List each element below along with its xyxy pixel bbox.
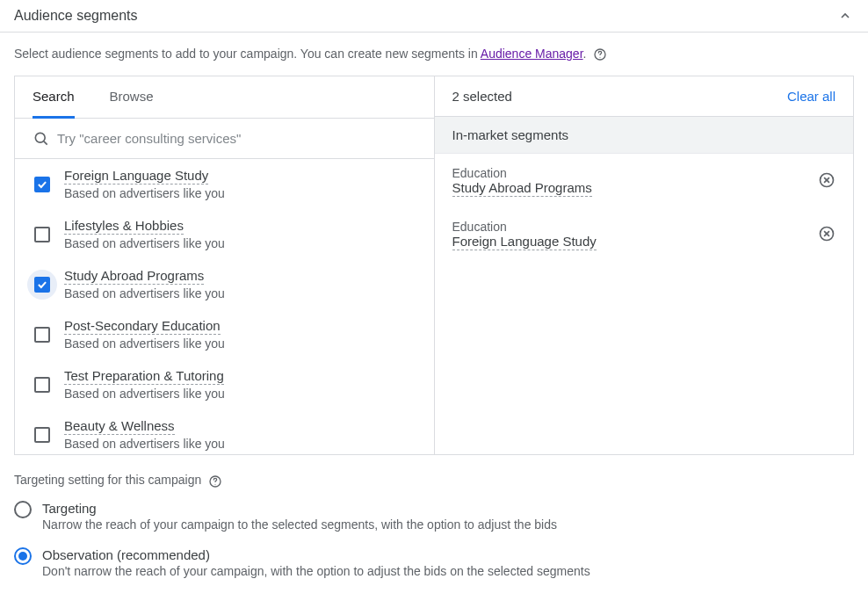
selected-item: EducationForeign Language Study xyxy=(435,207,854,261)
radio-description: Narrow the reach of your campaign to the… xyxy=(42,517,854,532)
segment-title: Lifestyles & Hobbies xyxy=(64,218,184,235)
collapse-icon[interactable] xyxy=(836,7,854,25)
help-icon[interactable] xyxy=(208,474,222,488)
search-row xyxy=(15,119,434,159)
targeting-option[interactable]: TargetingNarrow the reach of your campai… xyxy=(14,501,854,532)
segment-checkbox[interactable] xyxy=(34,377,50,393)
search-icon xyxy=(33,130,50,148)
selected-category: Education xyxy=(452,166,808,180)
clear-all-button[interactable]: Clear all xyxy=(787,89,835,104)
section-title: Audience segments xyxy=(14,8,138,24)
search-input[interactable] xyxy=(57,126,416,151)
remove-icon[interactable] xyxy=(818,171,835,189)
segment-text: Post-Secondary EducationBased on adverti… xyxy=(64,318,416,351)
selected-title: Study Abroad Programs xyxy=(452,180,592,197)
segment-checkbox-wrap[interactable] xyxy=(27,320,57,350)
segment-item[interactable]: Study Abroad ProgramsBased on advertiser… xyxy=(15,259,434,309)
segment-checkbox[interactable] xyxy=(34,277,50,293)
selected-text: EducationForeign Language Study xyxy=(452,220,808,249)
segment-item[interactable]: Lifestyles & HobbiesBased on advertisers… xyxy=(15,209,434,259)
segment-subtitle: Based on advertisers like you xyxy=(64,186,416,200)
section-header[interactable]: Audience segments xyxy=(0,0,868,33)
intro-prefix: Select audience segments to add to your … xyxy=(14,47,481,61)
intro-text: Select audience segments to add to your … xyxy=(0,33,868,76)
segment-text: Lifestyles & HobbiesBased on advertisers… xyxy=(64,218,416,250)
selected-count: 2 selected xyxy=(452,89,512,104)
targeting-option[interactable]: Observation (recommended)Don't narrow th… xyxy=(14,547,854,578)
selected-text: EducationStudy Abroad Programs xyxy=(452,166,808,195)
segment-checkbox[interactable] xyxy=(34,427,50,443)
segment-subtitle: Based on advertisers like you xyxy=(64,336,416,351)
segment-item[interactable]: Post-Secondary EducationBased on adverti… xyxy=(15,309,434,359)
segment-title: Foreign Language Study xyxy=(64,168,208,184)
svg-point-11 xyxy=(215,483,216,484)
segment-item[interactable]: Test Preparation & TutoringBased on adve… xyxy=(15,359,434,409)
selected-title: Foreign Language Study xyxy=(452,234,597,250)
segment-title: Test Preparation & Tutoring xyxy=(64,368,224,385)
svg-point-2 xyxy=(35,133,45,142)
segment-checkbox-wrap[interactable] xyxy=(27,420,57,450)
left-pane: Search Browse Foreign Language StudyBase… xyxy=(15,76,435,454)
tab-bar: Search Browse xyxy=(15,76,434,119)
selected-header: 2 selected Clear all xyxy=(435,76,854,117)
radio-button[interactable] xyxy=(14,547,32,565)
tab-search[interactable]: Search xyxy=(33,76,75,119)
audience-manager-link[interactable]: Audience Manager xyxy=(481,47,583,61)
segments-panel: Search Browse Foreign Language StudyBase… xyxy=(14,76,854,455)
tab-browse[interactable]: Browse xyxy=(110,76,154,118)
segment-checkbox[interactable] xyxy=(34,177,50,192)
segment-title: Post-Secondary Education xyxy=(64,318,221,335)
segment-checkbox-wrap[interactable] xyxy=(27,370,57,400)
segment-checkbox[interactable] xyxy=(34,227,50,242)
segment-list[interactable]: Foreign Language StudyBased on advertise… xyxy=(15,159,434,454)
segment-title: Study Abroad Programs xyxy=(64,268,204,285)
segment-checkbox-wrap[interactable] xyxy=(27,270,57,300)
radio-description: Don't narrow the reach of your campaign,… xyxy=(42,564,854,578)
segment-checkbox-wrap[interactable] xyxy=(27,220,57,250)
radio-button[interactable] xyxy=(14,501,32,518)
segment-text: Beauty & WellnessBased on advertisers li… xyxy=(64,418,416,451)
intro-suffix: . xyxy=(583,47,590,61)
radio-text: TargetingNarrow the reach of your campai… xyxy=(42,501,854,532)
selected-category: Education xyxy=(452,220,808,234)
segment-title: Beauty & Wellness xyxy=(64,418,175,435)
segment-text: Foreign Language StudyBased on advertise… xyxy=(64,168,416,200)
segment-text: Study Abroad ProgramsBased on advertiser… xyxy=(64,268,416,300)
segment-text: Test Preparation & TutoringBased on adve… xyxy=(64,368,416,401)
selected-list: EducationStudy Abroad ProgramsEducationF… xyxy=(435,154,854,454)
subsection-header: In-market segments xyxy=(435,117,854,154)
right-pane: 2 selected Clear all In-market segments … xyxy=(435,76,854,454)
segment-checkbox[interactable] xyxy=(34,327,50,343)
targeting-title: Targeting setting for this campaign xyxy=(14,473,854,488)
segment-subtitle: Based on advertisers like you xyxy=(64,286,416,300)
svg-line-3 xyxy=(44,141,47,145)
help-icon[interactable] xyxy=(593,47,607,62)
radio-label: Observation (recommended) xyxy=(42,547,854,562)
remove-icon[interactable] xyxy=(818,225,835,242)
segment-checkbox-wrap[interactable] xyxy=(27,170,57,199)
targeting-section: Targeting setting for this campaign Targ… xyxy=(0,455,868,611)
radio-label: Targeting xyxy=(42,501,854,516)
segment-item[interactable]: Foreign Language StudyBased on advertise… xyxy=(15,159,434,209)
svg-point-1 xyxy=(600,57,601,58)
segment-subtitle: Based on advertisers like you xyxy=(64,437,416,451)
segment-subtitle: Based on advertisers like you xyxy=(64,387,416,401)
segment-item[interactable]: Beauty & WellnessBased on advertisers li… xyxy=(15,409,434,454)
radio-text: Observation (recommended)Don't narrow th… xyxy=(42,547,854,578)
segment-subtitle: Based on advertisers like you xyxy=(64,236,416,250)
selected-item: EducationStudy Abroad Programs xyxy=(435,154,854,207)
